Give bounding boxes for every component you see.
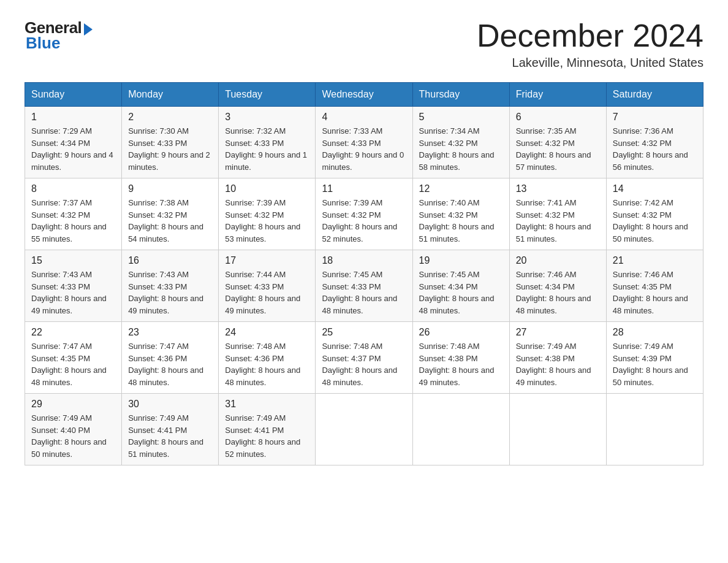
- day-number: 25: [322, 327, 406, 338]
- day-number: 6: [516, 112, 600, 123]
- day-info: Sunrise: 7:45 AMSunset: 4:34 PMDaylight:…: [419, 269, 503, 316]
- day-number: 23: [128, 327, 212, 338]
- weekday-header-monday: Monday: [122, 83, 219, 107]
- day-cell: 28Sunrise: 7:49 AMSunset: 4:39 PMDayligh…: [606, 322, 703, 394]
- day-number: 20: [516, 255, 600, 266]
- logo-blue-text: Blue: [26, 34, 60, 53]
- day-cell: 23Sunrise: 7:47 AMSunset: 4:36 PMDayligh…: [122, 322, 219, 394]
- day-number: 12: [419, 183, 503, 194]
- weekday-header-wednesday: Wednesday: [316, 83, 412, 107]
- day-cell: 3Sunrise: 7:32 AMSunset: 4:33 PMDaylight…: [219, 107, 316, 178]
- day-cell: 13Sunrise: 7:41 AMSunset: 4:32 PMDayligh…: [509, 178, 606, 250]
- day-cell: 26Sunrise: 7:48 AMSunset: 4:38 PMDayligh…: [412, 322, 509, 394]
- day-number: 1: [31, 112, 115, 123]
- day-cell: 9Sunrise: 7:38 AMSunset: 4:32 PMDaylight…: [122, 178, 219, 250]
- day-info: Sunrise: 7:49 AMSunset: 4:39 PMDaylight:…: [613, 340, 697, 388]
- day-info: Sunrise: 7:46 AMSunset: 4:35 PMDaylight:…: [613, 269, 697, 316]
- day-number: 4: [322, 112, 406, 123]
- day-cell: 14Sunrise: 7:42 AMSunset: 4:32 PMDayligh…: [606, 178, 703, 250]
- week-row-3: 15Sunrise: 7:43 AMSunset: 4:33 PMDayligh…: [25, 250, 703, 322]
- day-cell: 10Sunrise: 7:39 AMSunset: 4:32 PMDayligh…: [219, 178, 316, 250]
- day-cell: 2Sunrise: 7:30 AMSunset: 4:33 PMDaylight…: [122, 107, 219, 178]
- page-header: General Blue December 2024 Lakeville, Mi…: [25, 18, 703, 70]
- logo-arrow-icon: [84, 23, 93, 36]
- location-title: Lakeville, Minnesota, United States: [477, 56, 703, 70]
- day-info: Sunrise: 7:30 AMSunset: 4:33 PMDaylight:…: [128, 125, 212, 173]
- day-cell: 7Sunrise: 7:36 AMSunset: 4:32 PMDaylight…: [606, 107, 703, 178]
- day-number: 3: [225, 112, 309, 123]
- day-info: Sunrise: 7:39 AMSunset: 4:32 PMDaylight:…: [225, 197, 309, 245]
- day-info: Sunrise: 7:45 AMSunset: 4:33 PMDaylight:…: [322, 269, 406, 316]
- day-number: 17: [225, 255, 309, 266]
- day-number: 26: [419, 327, 503, 338]
- day-number: 29: [31, 399, 115, 410]
- weekday-header-thursday: Thursday: [412, 83, 509, 107]
- day-number: 7: [613, 112, 697, 123]
- day-cell: 19Sunrise: 7:45 AMSunset: 4:34 PMDayligh…: [412, 250, 509, 322]
- day-cell: 24Sunrise: 7:48 AMSunset: 4:36 PMDayligh…: [219, 322, 316, 394]
- day-cell: 5Sunrise: 7:34 AMSunset: 4:32 PMDaylight…: [412, 107, 509, 178]
- day-number: 14: [613, 183, 697, 194]
- day-cell: 1Sunrise: 7:29 AMSunset: 4:34 PMDaylight…: [25, 107, 122, 178]
- day-info: Sunrise: 7:44 AMSunset: 4:33 PMDaylight:…: [225, 269, 309, 316]
- weekday-header-row: SundayMondayTuesdayWednesdayThursdayFrid…: [25, 83, 703, 107]
- day-cell: [412, 394, 509, 465]
- day-info: Sunrise: 7:38 AMSunset: 4:32 PMDaylight:…: [128, 197, 212, 245]
- day-number: 15: [31, 255, 115, 266]
- logo: General Blue: [25, 18, 93, 53]
- day-info: Sunrise: 7:49 AMSunset: 4:38 PMDaylight:…: [516, 340, 600, 388]
- day-cell: 25Sunrise: 7:48 AMSunset: 4:37 PMDayligh…: [316, 322, 412, 394]
- weekday-header-sunday: Sunday: [25, 83, 122, 107]
- calendar-table: SundayMondayTuesdayWednesdayThursdayFrid…: [25, 82, 703, 465]
- day-number: 27: [516, 327, 600, 338]
- day-cell: [316, 394, 412, 465]
- day-cell: 6Sunrise: 7:35 AMSunset: 4:32 PMDaylight…: [509, 107, 606, 178]
- day-number: 5: [419, 112, 503, 123]
- day-cell: 22Sunrise: 7:47 AMSunset: 4:35 PMDayligh…: [25, 322, 122, 394]
- week-row-2: 8Sunrise: 7:37 AMSunset: 4:32 PMDaylight…: [25, 178, 703, 250]
- day-cell: [509, 394, 606, 465]
- day-info: Sunrise: 7:48 AMSunset: 4:37 PMDaylight:…: [322, 340, 406, 388]
- day-cell: 8Sunrise: 7:37 AMSunset: 4:32 PMDaylight…: [25, 178, 122, 250]
- day-cell: 12Sunrise: 7:40 AMSunset: 4:32 PMDayligh…: [412, 178, 509, 250]
- day-number: 9: [128, 183, 212, 194]
- day-number: 10: [225, 183, 309, 194]
- day-number: 22: [31, 327, 115, 338]
- day-info: Sunrise: 7:42 AMSunset: 4:32 PMDaylight:…: [613, 197, 697, 245]
- day-number: 21: [613, 255, 697, 266]
- weekday-header-tuesday: Tuesday: [219, 83, 316, 107]
- day-info: Sunrise: 7:48 AMSunset: 4:38 PMDaylight:…: [419, 340, 503, 388]
- day-info: Sunrise: 7:41 AMSunset: 4:32 PMDaylight:…: [516, 197, 600, 245]
- day-cell: 27Sunrise: 7:49 AMSunset: 4:38 PMDayligh…: [509, 322, 606, 394]
- day-info: Sunrise: 7:40 AMSunset: 4:32 PMDaylight:…: [419, 197, 503, 245]
- day-number: 28: [613, 327, 697, 338]
- day-info: Sunrise: 7:47 AMSunset: 4:35 PMDaylight:…: [31, 340, 115, 388]
- title-section: December 2024 Lakeville, Minnesota, Unit…: [477, 18, 703, 70]
- day-info: Sunrise: 7:49 AMSunset: 4:41 PMDaylight:…: [225, 412, 309, 460]
- day-info: Sunrise: 7:35 AMSunset: 4:32 PMDaylight:…: [516, 125, 600, 173]
- day-number: 2: [128, 112, 212, 123]
- day-cell: 4Sunrise: 7:33 AMSunset: 4:33 PMDaylight…: [316, 107, 412, 178]
- day-info: Sunrise: 7:49 AMSunset: 4:41 PMDaylight:…: [128, 412, 212, 460]
- day-info: Sunrise: 7:29 AMSunset: 4:34 PMDaylight:…: [31, 125, 115, 173]
- day-info: Sunrise: 7:48 AMSunset: 4:36 PMDaylight:…: [225, 340, 309, 388]
- day-cell: 16Sunrise: 7:43 AMSunset: 4:33 PMDayligh…: [122, 250, 219, 322]
- week-row-1: 1Sunrise: 7:29 AMSunset: 4:34 PMDaylight…: [25, 107, 703, 178]
- day-number: 16: [128, 255, 212, 266]
- month-title: December 2024: [477, 18, 703, 53]
- day-info: Sunrise: 7:46 AMSunset: 4:34 PMDaylight:…: [516, 269, 600, 316]
- day-info: Sunrise: 7:32 AMSunset: 4:33 PMDaylight:…: [225, 125, 309, 173]
- day-cell: 30Sunrise: 7:49 AMSunset: 4:41 PMDayligh…: [122, 394, 219, 465]
- day-info: Sunrise: 7:36 AMSunset: 4:32 PMDaylight:…: [613, 125, 697, 173]
- day-number: 24: [225, 327, 309, 338]
- day-cell: 17Sunrise: 7:44 AMSunset: 4:33 PMDayligh…: [219, 250, 316, 322]
- day-info: Sunrise: 7:39 AMSunset: 4:32 PMDaylight:…: [322, 197, 406, 245]
- day-cell: 31Sunrise: 7:49 AMSunset: 4:41 PMDayligh…: [219, 394, 316, 465]
- day-number: 18: [322, 255, 406, 266]
- weekday-header-saturday: Saturday: [606, 83, 703, 107]
- weekday-header-friday: Friday: [509, 83, 606, 107]
- day-number: 19: [419, 255, 503, 266]
- day-info: Sunrise: 7:47 AMSunset: 4:36 PMDaylight:…: [128, 340, 212, 388]
- day-info: Sunrise: 7:43 AMSunset: 4:33 PMDaylight:…: [31, 269, 115, 316]
- week-row-5: 29Sunrise: 7:49 AMSunset: 4:40 PMDayligh…: [25, 394, 703, 465]
